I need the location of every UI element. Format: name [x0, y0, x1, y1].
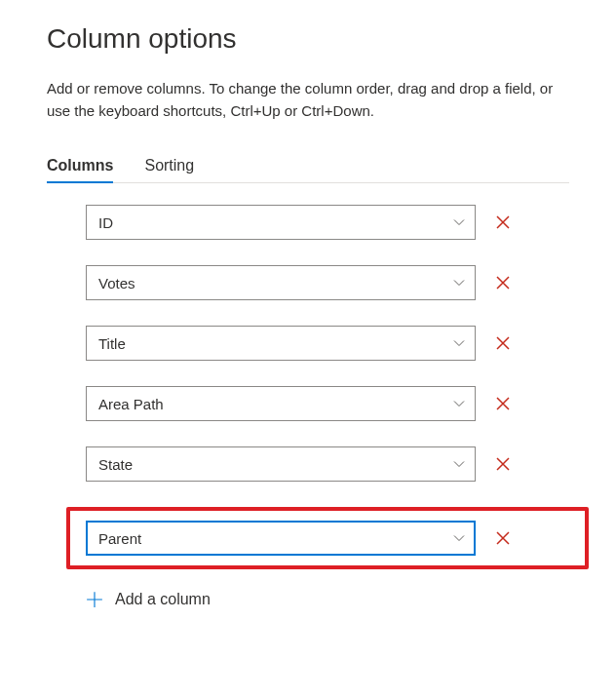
- page-title: Column options: [47, 23, 569, 55]
- tab-label: Columns: [47, 157, 113, 174]
- column-combobox-votes[interactable]: Votes: [86, 265, 476, 300]
- chevron-down-icon: [453, 216, 465, 228]
- combobox-value: State: [98, 456, 133, 473]
- tab-label: Sorting: [144, 157, 194, 174]
- chevron-down-icon: [453, 532, 465, 544]
- close-icon: [495, 396, 511, 411]
- column-combobox-state[interactable]: State: [86, 446, 476, 482]
- column-row: Parent: [86, 521, 569, 556]
- combobox-value: Votes: [98, 275, 135, 291]
- chevron-down-icon: [453, 277, 465, 289]
- chevron-down-icon: [453, 458, 465, 470]
- remove-column-button[interactable]: [493, 394, 513, 413]
- remove-column-button[interactable]: [493, 528, 513, 548]
- tab-columns[interactable]: Columns: [47, 149, 113, 182]
- remove-column-button[interactable]: [493, 333, 513, 353]
- column-combobox-parent[interactable]: Parent: [86, 521, 476, 556]
- column-row: State: [86, 446, 569, 482]
- combobox-value: Title: [98, 335, 126, 352]
- page-description: Add or remove columns. To change the col…: [47, 78, 569, 122]
- chevron-down-icon: [453, 337, 465, 349]
- tabs: Columns Sorting: [47, 149, 569, 183]
- highlight-annotation: Parent: [66, 507, 589, 569]
- remove-column-button[interactable]: [493, 454, 513, 474]
- tab-sorting[interactable]: Sorting: [144, 149, 194, 182]
- combobox-value: ID: [98, 214, 113, 231]
- column-combobox-title[interactable]: Title: [86, 326, 476, 361]
- close-icon: [495, 530, 511, 546]
- close-icon: [495, 275, 511, 291]
- chevron-down-icon: [453, 398, 465, 409]
- add-column-label: Add a column: [115, 591, 211, 608]
- combobox-value: Area Path: [98, 396, 164, 412]
- add-column-button[interactable]: Add a column: [86, 591, 569, 608]
- combobox-value: Parent: [98, 530, 141, 547]
- column-row: Area Path: [86, 386, 569, 421]
- column-row: Title: [86, 326, 569, 361]
- column-row: ID: [86, 205, 569, 240]
- column-combobox-id[interactable]: ID: [86, 205, 476, 240]
- remove-column-button[interactable]: [493, 213, 513, 232]
- close-icon: [495, 456, 511, 472]
- plus-icon: [86, 591, 103, 608]
- column-row: Votes: [86, 265, 569, 300]
- remove-column-button[interactable]: [493, 273, 513, 292]
- column-list: ID Votes Title Area Path: [47, 205, 569, 608]
- close-icon: [495, 335, 511, 351]
- close-icon: [495, 214, 511, 230]
- column-combobox-area-path[interactable]: Area Path: [86, 386, 476, 421]
